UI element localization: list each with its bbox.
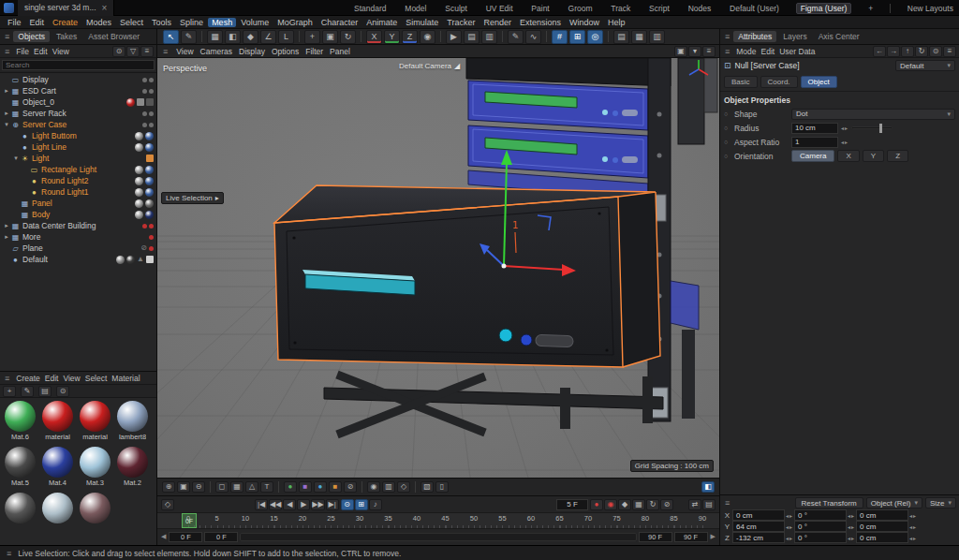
menu-extensions[interactable]: Extensions [516, 18, 565, 27]
range-step-left-icon[interactable]: ◀ [160, 533, 167, 540]
expand-toggle[interactable]: ▸ [3, 87, 10, 95]
layout-panel-icon[interactable]: ▤ [613, 30, 629, 44]
transform-scale-field[interactable]: 0 cm [856, 509, 908, 521]
menu-render[interactable]: Render [480, 18, 515, 27]
tree-item-display[interactable]: ▭Display [0, 74, 156, 85]
panel-menu-icon[interactable]: ≡ [3, 32, 11, 41]
tag-swatch[interactable] [146, 98, 154, 106]
reset-transform-button[interactable]: Reset Transform [795, 497, 863, 508]
tab-objects[interactable]: Objects [13, 31, 50, 42]
visibility-dot[interactable] [142, 111, 147, 116]
timeline-ruler[interactable]: 0F 051015202530354045505560657075808590 [157, 512, 719, 529]
material-item[interactable]: lambert8 [114, 400, 151, 445]
menu-spline[interactable]: Spline [176, 18, 207, 27]
render-settings-button[interactable]: ▤ [464, 30, 480, 44]
live-selection-chip[interactable]: Live Selection ▸ [161, 192, 224, 204]
server-stand[interactable] [324, 375, 663, 435]
tree-item-plane[interactable]: ▱Plane⊘ [0, 243, 156, 254]
tree-item-default[interactable]: ●Default▲ [0, 254, 156, 265]
key-scale-icon[interactable]: ▦ [632, 499, 645, 510]
scale-tool[interactable]: ▣ [322, 30, 338, 44]
spline-smooth-icon[interactable]: ∿ [525, 30, 541, 44]
make-editable-icon[interactable]: ▦ [207, 30, 223, 44]
polygon-pen-icon[interactable]: ◧ [225, 30, 241, 44]
new-layouts-button[interactable]: New Layouts [906, 3, 955, 14]
tree-item-round-light2[interactable]: ●Round Light2 [0, 175, 156, 186]
menu-create[interactable]: Create [49, 18, 81, 27]
spinner[interactable]: ◂▸ [848, 512, 855, 519]
rotate-tool[interactable]: ↻ [340, 30, 356, 44]
expand-toggle[interactable]: ▸ [3, 222, 10, 229]
loop-icon[interactable]: ⇄ [688, 499, 701, 510]
material-menu-view[interactable]: View [63, 374, 80, 383]
panel-menu-icon[interactable]: ≡ [723, 32, 731, 41]
disable-axis-icon[interactable]: ⊘ [344, 481, 357, 493]
search-input[interactable] [2, 60, 155, 70]
tab-layers[interactable]: Layers [778, 31, 812, 42]
material-swatch[interactable] [135, 199, 143, 208]
attribute-menu-mode[interactable]: Mode [736, 47, 756, 56]
keyframe-dot[interactable]: ○ [724, 125, 731, 131]
transform-rotation-field[interactable]: 0 ° [794, 509, 847, 521]
menu-modes[interactable]: Modes [82, 18, 115, 27]
viewport-menu-options[interactable]: Options [272, 47, 299, 56]
snap-toggle[interactable]: # [552, 30, 568, 44]
tree-item-light[interactable]: ▾☀Light [0, 153, 156, 164]
server-case-object[interactable] [274, 185, 660, 367]
material-swatch[interactable] [145, 166, 154, 174]
viewport-menu-icon[interactable]: ≡ [702, 46, 716, 57]
y-axis-lock[interactable]: Y [384, 30, 400, 44]
tree-item-data-center-building[interactable]: ▸▦Data Center Building [0, 220, 156, 231]
layout-sculpt[interactable]: Sculpt [443, 3, 469, 14]
spinner[interactable]: ◂▸ [909, 523, 917, 530]
render-queue-button[interactable]: ▥ [481, 30, 497, 44]
menu-character[interactable]: Character [317, 18, 362, 27]
status-menu-icon[interactable]: ≡ [5, 549, 13, 558]
panel-menu-icon[interactable]: ≡ [3, 374, 11, 383]
section-tab-basic[interactable]: Basic [724, 76, 758, 88]
workplane-mode-icon[interactable]: △ [245, 481, 258, 493]
object-mode-icon[interactable]: T [260, 481, 273, 493]
add-material-icon[interactable]: + [3, 386, 16, 397]
gizmo-toggle-icon[interactable]: ◇ [397, 481, 410, 493]
section-tab-object[interactable]: Object [801, 76, 837, 88]
z-axis-lock[interactable]: Z [402, 30, 418, 44]
visibility-dot[interactable] [149, 111, 154, 116]
measure-icon[interactable]: L [278, 30, 294, 44]
material-menu-material[interactable]: Material [111, 374, 140, 383]
shading-menu-icon[interactable]: ▧ [420, 481, 434, 493]
current-frame-field[interactable]: 5 F [556, 499, 588, 510]
layout-model[interactable]: Model [403, 3, 428, 14]
spinner[interactable]: ◂▸ [786, 535, 793, 541]
section-tab-coord[interactable]: Coord. [760, 76, 798, 88]
material-item[interactable]: Mat.2 [114, 446, 151, 491]
spinner[interactable]: ◂▸ [841, 139, 848, 145]
keyframe-dot[interactable]: ○ [724, 153, 731, 159]
history-back-icon[interactable]: ← [873, 46, 886, 57]
material-swatch[interactable] [135, 143, 143, 152]
parent-object-icon[interactable]: ↑ [901, 46, 914, 57]
tree-item-esd-cart[interactable]: ▸▦ESD Cart [0, 85, 156, 96]
layout-uv-edit[interactable]: UV Edit [484, 3, 515, 14]
timeline-options-icon[interactable]: ▤ [702, 499, 716, 510]
menu-volume[interactable]: Volume [237, 18, 273, 27]
material-item[interactable]: Mat.5 [2, 446, 38, 491]
edit-material-icon[interactable]: ✎ [21, 386, 34, 397]
expand-toggle[interactable]: ▾ [3, 121, 10, 128]
property-dropdown[interactable]: Dot▾ [791, 109, 955, 120]
transform-position-field[interactable]: 64 cm [732, 521, 785, 532]
tab-asset-browser[interactable]: Asset Browser [83, 31, 144, 42]
texture-mode-icon[interactable]: ▦ [230, 481, 243, 493]
spinner[interactable]: ◂▸ [848, 535, 855, 541]
render-region-icon[interactable]: ◉ [367, 481, 380, 493]
material-list-view-icon[interactable]: ▤ [38, 386, 52, 397]
panel-menu-icon[interactable]: ≡ [723, 498, 731, 508]
keyframe-mode-toggle[interactable]: ⊞ [355, 499, 368, 510]
search-icon[interactable]: ⊙ [112, 46, 125, 57]
tag-swatch[interactable] [137, 98, 144, 106]
material-item[interactable]: Mat.4 [39, 446, 76, 491]
viewport-menu-cameras[interactable]: Cameras [200, 47, 232, 56]
transform-scale-field[interactable]: 0 cm [856, 521, 908, 532]
layout-quad-icon[interactable]: ▦ [631, 30, 647, 44]
property-field[interactable]: 1 [791, 137, 838, 148]
